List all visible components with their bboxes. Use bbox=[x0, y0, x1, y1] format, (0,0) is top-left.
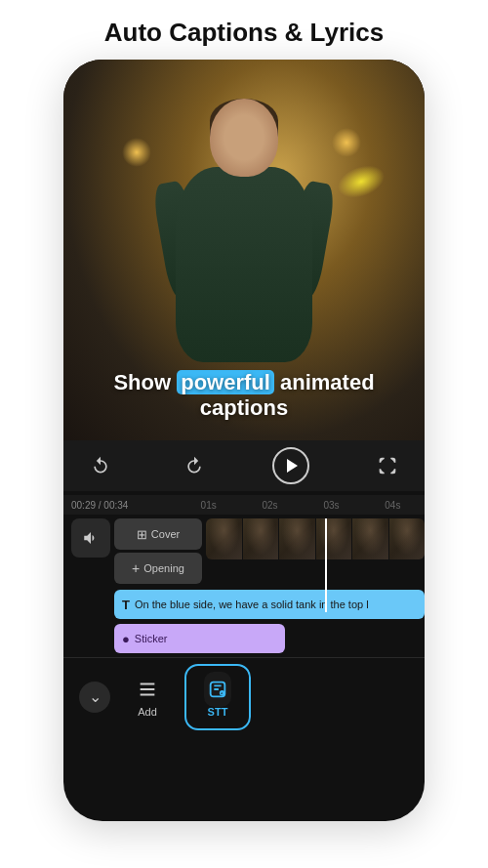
timeline-area: 00:29 / 00:34 01s 02s 03s 04s bbox=[63, 491, 425, 657]
play-button[interactable] bbox=[272, 447, 309, 484]
add-button[interactable]: Add bbox=[118, 668, 177, 726]
sticker-label: Sticker bbox=[135, 633, 168, 644]
sticker-icon: ● bbox=[122, 632, 130, 646]
sticker-track[interactable]: ● Sticker bbox=[114, 624, 285, 653]
stt-button[interactable]: STT bbox=[184, 664, 251, 730]
opening-chip[interactable]: + Opening bbox=[114, 553, 202, 584]
ruler-mark-1: 01s bbox=[201, 500, 217, 511]
undo-button[interactable] bbox=[85, 450, 116, 481]
phone-frame: Show powerful animated captions 00:29 / … bbox=[63, 60, 425, 821]
text-track[interactable]: T On the blue side, we have a solid tank… bbox=[114, 590, 425, 619]
text-track-icon: T bbox=[122, 598, 130, 612]
caption-prefix: Show bbox=[113, 370, 177, 394]
playhead bbox=[325, 518, 327, 612]
redo-button[interactable] bbox=[179, 450, 210, 481]
stt-icon bbox=[204, 676, 231, 703]
ruler-mark-2: 02s bbox=[263, 500, 278, 511]
collapse-button[interactable]: ⌄ bbox=[79, 682, 110, 713]
page-title: Auto Captions & Lyrics bbox=[85, 0, 404, 60]
timeline-ruler: 00:29 / 00:34 01s 02s 03s 04s bbox=[63, 495, 425, 515]
stt-label: STT bbox=[208, 706, 228, 718]
time-display: 00:29 / 00:34 bbox=[71, 500, 128, 511]
video-area: Show powerful animated captions bbox=[63, 60, 425, 440]
controls-bar bbox=[63, 440, 425, 491]
text-track-content: On the blue side, we have a solid tank i… bbox=[135, 599, 369, 610]
caption-overlay: Show powerful animated captions bbox=[63, 370, 425, 421]
fullscreen-button[interactable] bbox=[372, 450, 403, 481]
add-icon bbox=[134, 676, 161, 703]
ruler-mark-3: 03s bbox=[323, 500, 339, 511]
caption-highlight: powerful bbox=[177, 370, 274, 394]
add-label: Add bbox=[138, 706, 157, 718]
audio-track-icon bbox=[71, 518, 110, 558]
video-filmstrip bbox=[206, 518, 425, 559]
bottom-toolbar: ⌄ Add STT bbox=[63, 657, 425, 735]
ruler-mark-4: 04s bbox=[385, 500, 400, 511]
cover-chip[interactable]: ⊞ Cover bbox=[114, 518, 202, 550]
